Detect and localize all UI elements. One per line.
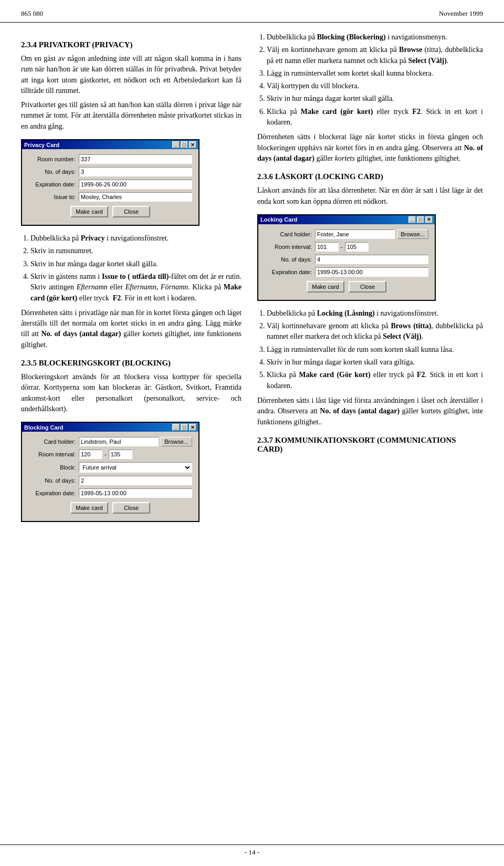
minimize-button-3[interactable]: _ xyxy=(408,216,416,223)
section-2-3-6-heading: 2.3.6 Låskort (Locking Card) xyxy=(257,172,483,181)
footer-text: - 14 - xyxy=(245,848,259,857)
close-window-button-2[interactable]: ✕ xyxy=(189,424,196,431)
locking-step-4: Skriv in hur många dagar korten skall va… xyxy=(267,357,483,368)
no-of-days-row: No. of days: xyxy=(28,167,192,176)
blocking-no-of-days-row: No. of days: xyxy=(28,476,192,485)
room-number-row: Room number: xyxy=(28,154,192,164)
blocking-expiration-row: Expiration date: xyxy=(28,488,192,498)
blocking-no-of-days-input[interactable] xyxy=(79,476,192,485)
privacy-step-3: Skriv in hur många dagar kortet skall gä… xyxy=(30,259,242,269)
blocking-card-dialog: Blocking Card _ □ ✕ Card holder: Browse.… xyxy=(21,422,200,522)
locking-card-holder-label: Card holder: xyxy=(265,231,312,237)
issue-to-input[interactable] xyxy=(79,192,192,202)
make-card-button[interactable]: Make card xyxy=(70,206,108,217)
blocking-step-r4: Välj korttypen du vill blockera. xyxy=(267,81,483,91)
locking-step-5: Klicka på Make card (Gör kort) eller try… xyxy=(267,370,483,391)
card-holder-row: Card holder: Browse... xyxy=(28,437,192,446)
section-2-3-6-para: Låskort används för att låsa dörrenheter… xyxy=(257,185,483,207)
privacy-card-title-buttons: _ □ ✕ xyxy=(172,141,196,148)
locking-expiration-label: Expiration date: xyxy=(265,269,312,275)
maximize-button-3[interactable]: □ xyxy=(417,216,424,223)
blocking-expiration-input[interactable] xyxy=(79,488,192,498)
right-column: Dubbelklicka på Blocking (Blockering) i … xyxy=(257,32,483,529)
blocking-expiration-label: Expiration date: xyxy=(28,490,76,496)
locking-no-of-days-input[interactable] xyxy=(315,255,428,264)
locking-expiration-input[interactable] xyxy=(315,267,428,277)
locking-room-interval-label: Room interval: xyxy=(265,244,312,250)
privacy-steps-list: Dubbelklicka på Privacy i navigationsfön… xyxy=(30,233,242,304)
blocking-step-r5: Skriv in hur många dagar kortet skall gä… xyxy=(267,93,483,104)
room-number-input[interactable] xyxy=(79,154,192,164)
blocking-step-r2: Välj en kortinnehavare genom att klicka … xyxy=(267,45,483,66)
privacy-card-title: Privacy Card xyxy=(24,142,59,148)
locking-card-buttons: Make card Close xyxy=(265,281,428,295)
locking-browse-button[interactable]: Browse... xyxy=(397,229,428,239)
minimize-button[interactable]: _ xyxy=(172,141,180,148)
blocking-note-right: Dörrenheten sätts i blockerat läge när k… xyxy=(257,132,483,164)
page-footer: - 14 - xyxy=(0,844,504,857)
blocking-make-card-button[interactable]: Make card xyxy=(70,502,108,514)
room-interval-separator: - xyxy=(104,451,107,457)
locking-card-body: Card holder: Browse... Room interval: - xyxy=(258,224,435,300)
room-from-input[interactable] xyxy=(79,450,102,459)
section-2-3-5-heading: 2.3.5 Blockeringskort (Blocking) xyxy=(21,359,242,368)
locking-card-holder-browse-row: Browse... xyxy=(315,229,428,239)
locking-card-dialog: Locking Card _ □ ✕ Card holder: Browse..… xyxy=(257,214,436,301)
browse-button[interactable]: Browse... xyxy=(161,437,192,446)
locking-room-to-input[interactable] xyxy=(345,242,369,252)
locking-card-title-bar: Locking Card _ □ ✕ xyxy=(258,215,435,224)
room-interval-label: Room interval: xyxy=(28,451,76,457)
locking-make-card-button[interactable]: Make card xyxy=(307,281,344,293)
section-2-3-4-para1: Om en gäst av någon anledning inte vill … xyxy=(21,54,242,96)
blocking-step-r6: Klicka på Make card (gör kort) eller try… xyxy=(267,107,483,128)
locking-room-from-input[interactable] xyxy=(315,242,339,252)
maximize-button[interactable]: □ xyxy=(181,141,188,148)
issue-to-row: Issue to: xyxy=(28,192,192,202)
room-number-label: Room number: xyxy=(28,156,76,162)
no-of-days-label: No. of days: xyxy=(28,169,76,175)
locking-card-holder-input[interactable] xyxy=(315,229,395,239)
expiration-date-input[interactable] xyxy=(79,180,192,189)
header-left: 865 080 xyxy=(21,9,43,18)
locking-steps-list: Dubbelklicka på Locking (Låsning) i navi… xyxy=(267,308,483,391)
section-2-3-7-heading: 2.3.7 Kommunikationskort (Communications… xyxy=(257,436,483,454)
locking-room-interval-inputs: - xyxy=(315,242,428,252)
main-content: 2.3.4 Privatkort (privacy) Om en gäst av… xyxy=(0,23,504,550)
room-to-input[interactable] xyxy=(109,450,132,459)
maximize-button-2[interactable]: □ xyxy=(181,424,188,431)
close-button[interactable]: Close xyxy=(112,206,150,217)
blocking-card-title: Blocking Card xyxy=(24,424,64,431)
locking-step-3: Lägg in rumsintervallet för de rum som k… xyxy=(267,345,483,355)
locking-close-button[interactable]: Close xyxy=(349,281,386,293)
issue-to-label: Issue to: xyxy=(28,194,76,200)
card-holder-input[interactable] xyxy=(79,437,159,446)
locking-expiration-row: Expiration date: xyxy=(265,267,428,277)
left-column: 2.3.4 Privatkort (privacy) Om en gäst av… xyxy=(21,32,242,529)
locking-step-1: Dubbelklicka på Locking (Låsning) i navi… xyxy=(267,308,483,319)
expiration-date-label: Expiration date: xyxy=(28,181,76,187)
close-window-button-3[interactable]: ✕ xyxy=(425,216,433,223)
room-interval-row: Room interval: - xyxy=(28,450,192,459)
blocking-close-button[interactable]: Close xyxy=(112,502,150,514)
expiration-date-row: Expiration date: xyxy=(28,180,192,189)
privacy-card-buttons: Make card Close xyxy=(28,206,192,220)
minimize-button-2[interactable]: _ xyxy=(172,424,180,431)
page-header: 865 080 November 1999 xyxy=(0,0,504,23)
close-window-button[interactable]: ✕ xyxy=(189,141,196,148)
card-holder-browse-row: Browse... xyxy=(79,437,192,446)
blocking-card-body: Card holder: Browse... Room interval: - xyxy=(22,432,198,521)
blocking-card-buttons: Make card Close xyxy=(28,502,192,516)
block-select[interactable]: Future arrival xyxy=(79,462,192,473)
card-holder-label: Card holder: xyxy=(28,439,76,445)
locking-note: Dörrenheten sätts i låst läge vid första… xyxy=(257,395,483,427)
no-of-days-input[interactable] xyxy=(79,167,192,176)
locking-card-title: Locking Card xyxy=(260,216,297,223)
blocking-no-of-days-label: No. of days: xyxy=(28,477,76,484)
locking-step-2: Välj kortinnehavare genom att klicka på … xyxy=(267,321,483,342)
section-2-3-4-heading: 2.3.4 Privatkort (privacy) xyxy=(21,40,242,49)
locking-room-interval-row: Room interval: - xyxy=(265,242,428,252)
section-2-3-4-para2: Privatkortet ges till gästen så att han/… xyxy=(21,100,242,132)
privacy-card-body: Room number: No. of days: Expiration dat… xyxy=(22,149,198,225)
blocking-card-title-buttons: _ □ ✕ xyxy=(172,424,196,431)
blocking-step-r3: Lägg in rumsintervallet som kortet skall… xyxy=(267,68,483,79)
